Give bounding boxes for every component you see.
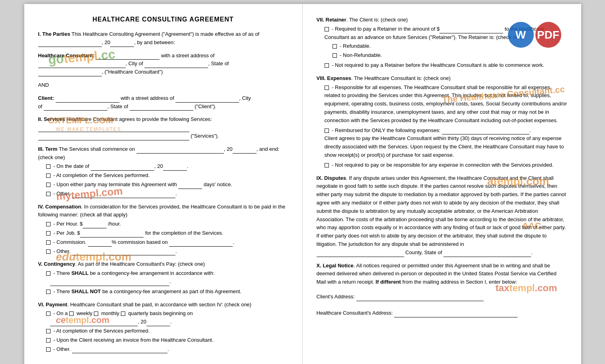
checkbox-exp2[interactable] — [325, 128, 329, 133]
section-1: I. The Parties This Healthcare Consultin… — [38, 30, 288, 47]
blank-days — [178, 183, 202, 189]
checkbox-weekly[interactable] — [69, 311, 74, 316]
section-5: V. Contingency. As part of the Healthcar… — [38, 260, 288, 296]
section3-heading: III. Term — [38, 146, 58, 152]
exp-opt3: - Not required to pay or be responsible … — [325, 161, 567, 169]
exp-opt1: - Responsible for all expenses. The Heal… — [325, 84, 567, 125]
client-label: Client: — [38, 95, 54, 101]
blank-hc-city — [144, 62, 208, 68]
section-8: VIII. Expenses. The Healthcare Consultan… — [317, 74, 567, 169]
ret-opt2: - Not required to pay a Retainer before … — [325, 61, 567, 70]
pay-opt1: - On a weekly monthly quarterly basis be… — [46, 309, 288, 326]
section-3: III. Term The Services shall commence on… — [38, 145, 288, 198]
blank-cont1 — [50, 280, 169, 286]
blank-retainer-amt — [440, 28, 503, 33]
section-7: VII. Retainer. The Client is: (check one… — [317, 16, 567, 70]
blank-pay-date — [50, 321, 138, 326]
checkbox-term1[interactable] — [46, 164, 51, 169]
client-section: Client: with a street address of , City … — [38, 94, 288, 111]
hc-section: Healthcare Consultant: with a street add… — [38, 52, 288, 76]
section8-heading: VIII. Expenses — [317, 75, 351, 81]
checkbox-term3[interactable] — [46, 183, 51, 187]
blank-hc-street — [38, 62, 126, 68]
ret-sub2: - Non-Refundable. — [333, 51, 567, 60]
hc-label: Healthcare Consultant: — [38, 53, 95, 58]
blank-hc-name — [96, 54, 160, 60]
section2-text: Healthcare Consultant agrees to provide … — [66, 116, 212, 122]
blank-year — [110, 41, 134, 47]
comp-opt4: - Other. . — [46, 247, 288, 256]
checkbox-pay4[interactable] — [46, 347, 51, 352]
section9-heading: IX. Disputes — [317, 175, 346, 181]
checkbox-exp3[interactable] — [325, 163, 329, 167]
document-title: HEALTHCARE CONSULTING AGREEMENT — [38, 16, 288, 23]
checkbox-pay3[interactable] — [46, 338, 51, 343]
blank-comp-other — [72, 250, 175, 255]
blank-exp-list — [442, 129, 529, 134]
blank-hour-rate — [83, 223, 107, 228]
pay-opt4: - Other. . — [46, 345, 288, 354]
and-text: AND — [38, 82, 49, 88]
right-column: W PDF The Healthcare Consultant.cc atemp… — [303, 4, 581, 364]
term-opt2: - At completion of the Services performe… — [46, 171, 288, 180]
section-10: X. Legal Notice. All notices required or… — [317, 262, 567, 286]
checkbox-term4[interactable] — [46, 192, 51, 196]
checkbox-comp4[interactable] — [46, 249, 51, 254]
checkbox-comp3[interactable] — [46, 240, 51, 245]
section-2: II. Services Healthcare Consultant agree… — [38, 115, 288, 140]
checkbox-pay1[interactable] — [46, 311, 51, 316]
section1-text: This Healthcare Consulting Agreement ("A… — [72, 31, 247, 37]
hc-address-section: Healthcare Consultant's Address: — [317, 309, 567, 317]
cont-opt2: - There SHALL NOT be a contingency-fee a… — [46, 288, 288, 296]
section-6: VI. Payment. Healthcare Consultant shall… — [38, 301, 288, 354]
blank-services-1 — [38, 127, 189, 132]
checkbox-ret2[interactable] — [325, 63, 329, 68]
section-4: IV. Compensation. In consideration for t… — [38, 203, 288, 256]
blank-job-rate — [80, 232, 144, 237]
checkbox-exp1[interactable] — [325, 86, 329, 90]
section5-heading: V. Contingency — [38, 261, 75, 267]
blank-hc-state — [38, 71, 102, 76]
checkbox-cont1[interactable] — [46, 271, 51, 276]
blank-term1-date — [91, 165, 154, 171]
checkbox-monthly[interactable] — [94, 311, 98, 316]
blank-commence — [136, 148, 224, 154]
checkbox-comp2[interactable] — [46, 231, 51, 236]
document-container: gotempl.cc OXTEMPL.COM WE MAKE TEMPLATES… — [24, 4, 581, 364]
hc-address-label: Healthcare Consultant's Address: — [317, 310, 393, 316]
term-opt4: - Other. . — [46, 190, 288, 198]
term-opt1: - On the date of , 20. — [46, 162, 288, 171]
section6-heading: VI. Payment — [38, 302, 68, 308]
checkbox-quarterly[interactable] — [121, 311, 125, 316]
section1-heading: I. The Parties — [38, 31, 70, 37]
comp-opt2: - Per Job. $ for the completion of the S… — [46, 229, 288, 237]
blank-pay-other — [72, 348, 167, 353]
blank-client-city — [44, 105, 107, 111]
cont-opt1: - There SHALL be a contingency-fee arran… — [46, 269, 288, 286]
checkbox-comp1[interactable] — [46, 222, 51, 226]
client-address-section: Client's Address: — [317, 293, 567, 301]
blank-county — [317, 251, 404, 257]
blank-services-2 — [38, 135, 189, 140]
blank-pay-year — [146, 321, 170, 326]
blank-year2 — [233, 148, 257, 154]
blank-commission-pct — [88, 241, 112, 247]
services-quote: ("Services"). — [191, 133, 219, 139]
blank-client-name — [56, 97, 119, 103]
pay-opt3: - Upon the Client receiving an invoice f… — [46, 336, 288, 345]
checkbox-pay2[interactable] — [46, 329, 51, 333]
blank-hc-addr — [394, 312, 517, 317]
and-section: AND — [38, 81, 288, 90]
checkbox-ret-refund[interactable] — [333, 44, 337, 49]
ret-sub1: - Refundable. — [333, 42, 567, 51]
checkbox-cont2[interactable] — [46, 290, 51, 294]
blank-client-state — [130, 105, 193, 111]
blank-client-street — [175, 97, 239, 103]
checkbox-ret1[interactable] — [325, 27, 329, 31]
blank-client-addr — [356, 296, 484, 301]
checkbox-ret-nonrefund[interactable] — [333, 53, 337, 58]
checkbox-term2[interactable] — [46, 173, 51, 178]
left-column: gotempl.cc OXTEMPL.COM WE MAKE TEMPLATES… — [24, 4, 303, 364]
pay-opt2: - At completion of the Services performe… — [46, 327, 288, 335]
blank-commission-base — [169, 241, 233, 247]
